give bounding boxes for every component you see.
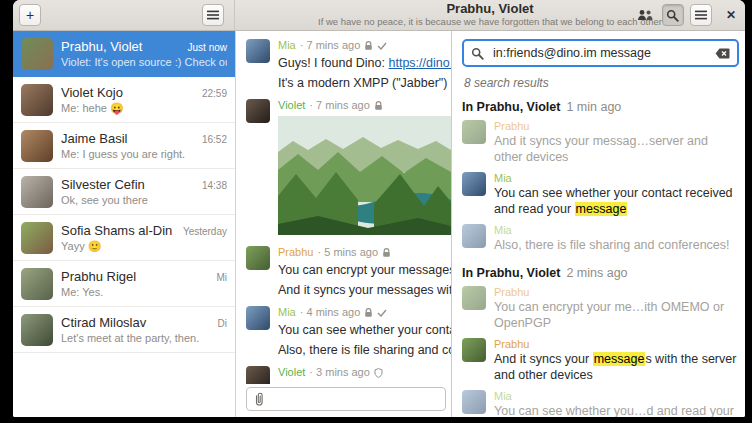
message-meta: Mia· 4 mins ago (278, 306, 451, 319)
close-button[interactable]: ✕ (726, 8, 736, 22)
conversation-item[interactable]: Sofia Shams al-DinYesterdayYayy 🙂 (13, 215, 235, 261)
search-results-count: 8 search results (464, 76, 739, 90)
clear-search-icon[interactable] (715, 48, 730, 59)
avatar (21, 38, 53, 70)
avatar (462, 286, 486, 310)
conversation-item[interactable]: Ctirad MiloslavDiLet's meet at the party… (13, 307, 235, 353)
conversation-name: Prabhu, Violet (61, 39, 182, 54)
message-meta: Violet· 3 mins ago (278, 366, 451, 379)
app-menu-button[interactable] (202, 4, 224, 26)
conversation-top-line: Violet Kojo22:59 (61, 85, 227, 100)
conversation-menu-button[interactable] (690, 4, 712, 26)
avatar (246, 306, 270, 330)
search-pane: 8 search results In Prabhu, Violet1 min … (451, 31, 745, 417)
search-section-time: 1 min ago (566, 100, 621, 114)
chat-message: Violet· 3 mins agoIt's open source :) Ch… (236, 360, 451, 384)
message-time: · 4 mins ago (300, 306, 361, 319)
avatar (462, 224, 486, 248)
conversation-name: Violet Kojo (61, 85, 196, 100)
search-result-row[interactable]: MiaYou can see whether you…d and read yo… (462, 386, 739, 417)
conversation-time: 22:59 (202, 88, 227, 99)
search-result-row[interactable]: MiaYou can see whether your contact rece… (462, 168, 739, 220)
header-bar: + Prabhu, Violet If we have no peace, it… (13, 0, 745, 31)
conversation-preview: Yayy 🙂 (61, 240, 227, 253)
message-time: · 5 mins ago (317, 246, 378, 259)
search-section-time: 2 mins ago (566, 266, 627, 280)
message-input[interactable] (271, 391, 439, 407)
search-result-author: Mia (494, 390, 739, 403)
conversation-top-line: Sofia Shams al-DinYesterday (61, 223, 227, 238)
message-author: Violet (278, 366, 305, 379)
search-result-text: And it syncs your messag…server and othe… (494, 133, 739, 165)
avatar (246, 99, 270, 123)
conversation-top-line: Silvester Cefin14:38 (61, 177, 227, 192)
paperclip-icon[interactable] (253, 392, 265, 407)
dino-chat-window: + Prabhu, Violet If we have no peace, it… (13, 0, 745, 417)
add-conversation-button[interactable]: + (19, 4, 41, 26)
message-body: Violet· 3 mins agoIt's open source :) Ch… (278, 366, 451, 384)
search-result-author: Mia (494, 172, 739, 185)
conversation-item[interactable]: Prabhu, VioletJust nowViolet: It's open … (13, 31, 235, 77)
search-result-text: You can see whether you…d and read your … (494, 403, 739, 417)
members-button[interactable] (634, 4, 656, 26)
conversation-item[interactable]: Prabhu RigelMiMe: Yes. (13, 261, 235, 307)
conversation-info: Prabhu, VioletJust nowViolet: It's open … (61, 39, 227, 68)
search-result-body: PrabhuYou can encrypt your me…ith OMEMO … (494, 286, 739, 331)
search-results-list: In Prabhu, Violet1 min agoPrabhuAnd it s… (462, 100, 739, 417)
shared-photo[interactable] (278, 116, 451, 239)
message-time: · 3 mins ago (309, 366, 370, 379)
desktop-background: + Prabhu, Violet If we have no peace, it… (0, 0, 752, 423)
chat-message: Prabhu· 5 mins agoYou can encrypt your m… (236, 240, 451, 300)
search-result-author: Prabhu (494, 120, 739, 133)
conversation-preview: Me: I guess you are right. (61, 148, 227, 160)
search-result-row[interactable]: MiaAlso, there is file sharing and confe… (462, 220, 739, 256)
message-author: Prabhu (278, 246, 313, 259)
search-section-header: In Prabhu, Violet2 mins ago (462, 266, 739, 280)
conversation-info: Prabhu RigelMiMe: Yes. (61, 269, 227, 298)
conversation-preview: Ok, see you there (61, 194, 227, 206)
header-actions: ✕ (634, 4, 736, 26)
conversation-time: 14:38 (202, 180, 227, 191)
message-link[interactable]: https://dino.im (388, 56, 451, 70)
lock-icon (364, 308, 373, 318)
avatar (21, 176, 53, 208)
window-body: Prabhu, VioletJust nowViolet: It's open … (13, 31, 745, 417)
chat-message: Violet· 7 mins ago (236, 93, 451, 240)
chat-message: Mia· 4 mins agoYou can see whether your … (236, 300, 451, 360)
search-result-row[interactable]: PrabhuAnd it syncs your messag…server an… (462, 116, 739, 168)
search-highlight: message (593, 352, 646, 366)
search-result-text: Also, there is file sharing and conferen… (494, 237, 739, 253)
conversation-name: Ctirad Miloslav (61, 315, 212, 330)
avatar (246, 246, 270, 270)
lock-icon (382, 248, 391, 258)
avatar (462, 120, 486, 144)
conversation-item[interactable]: Silvester Cefin14:38Ok, see you there (13, 169, 235, 215)
search-result-body: PrabhuAnd it syncs your messages with th… (494, 338, 739, 383)
message-text: Guys! I found Dino: https://dino.im (278, 55, 451, 72)
message-text: You can encrypt your messages with C (278, 262, 451, 279)
search-icon (666, 9, 679, 22)
people-icon (637, 9, 653, 21)
conversation-item[interactable]: Violet Kojo22:59Me: hehe 😛 (13, 77, 235, 123)
conversation-time: Yesterday (183, 226, 227, 237)
search-result-row[interactable]: PrabhuYou can encrypt your me…ith OMEMO … (462, 282, 739, 334)
search-highlight: message (575, 202, 628, 216)
conversation-time: Mi (216, 272, 227, 283)
search-result-row[interactable]: PrabhuAnd it syncs your messages with th… (462, 334, 739, 386)
search-toggle-button[interactable] (662, 4, 684, 26)
lock-icon (374, 101, 383, 111)
conversation-time: 16:52 (202, 134, 227, 145)
search-entry[interactable] (462, 39, 739, 67)
avatar (246, 39, 270, 63)
search-result-body: MiaYou can see whether your contact rece… (494, 172, 739, 217)
search-input[interactable] (491, 45, 708, 61)
delivered-check-icon (377, 309, 387, 317)
conversation-preview: Me: hehe 😛 (61, 102, 227, 115)
message-composer[interactable] (246, 387, 446, 411)
conversation-top-line: Jaime Basil16:52 (61, 131, 227, 146)
conversation-time: Di (218, 318, 227, 329)
chat-message: Mia· 7 mins agoGuys! I found Dino: https… (236, 33, 451, 93)
avatar (21, 268, 53, 300)
conversation-info: Jaime Basil16:52Me: I guess you are righ… (61, 131, 227, 160)
conversation-item[interactable]: Jaime Basil16:52Me: I guess you are righ… (13, 123, 235, 169)
